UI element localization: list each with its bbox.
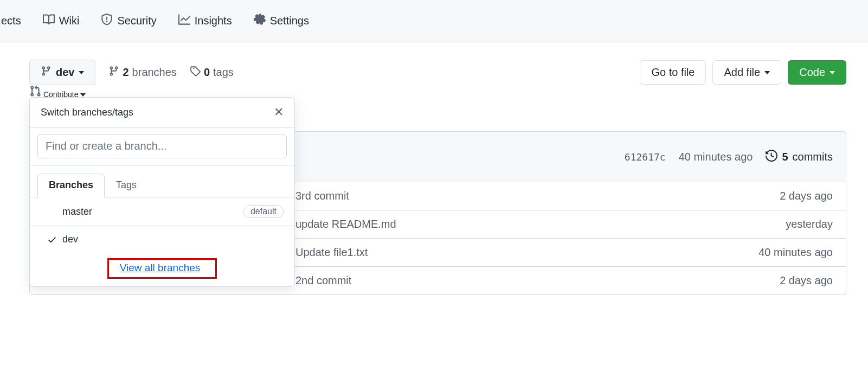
branch-item-master[interactable]: master default <box>30 197 294 226</box>
nav-label: ects <box>1 15 21 27</box>
branch-item-dev[interactable]: dev <box>30 226 294 253</box>
code-button[interactable]: Code <box>788 60 846 85</box>
repo-nav: ects Wiki Security Insights Settings <box>0 0 868 42</box>
file-commit-message[interactable]: 3rd commit <box>295 190 780 202</box>
branch-selector-container: dev Switch branches/tags ✕ Branches Tags <box>29 60 95 85</box>
tab-branches[interactable]: Branches <box>37 174 105 197</box>
branches-link[interactable]: 2 branches <box>108 66 176 79</box>
file-time: 2 days ago <box>780 274 833 287</box>
file-time: 40 minutes ago <box>758 246 833 259</box>
tags-link[interactable]: 0 tags <box>190 66 234 79</box>
commit-time: 40 minutes ago <box>679 151 753 163</box>
branch-name: dev <box>56 66 74 79</box>
nav-label: Settings <box>270 15 309 27</box>
caret-down-icon <box>79 71 84 74</box>
branch-search-input[interactable] <box>37 134 287 158</box>
highlight-box: View all branches <box>107 258 217 279</box>
code-label: Code <box>799 66 825 79</box>
add-file-label: Add file <box>724 66 760 79</box>
dropdown-header: Switch branches/tags ✕ <box>30 98 294 127</box>
branch-name-label: master <box>62 206 243 217</box>
caret-down-icon <box>764 71 770 74</box>
commits-label: commits <box>793 151 833 163</box>
commit-hash[interactable]: 612617c <box>625 151 666 163</box>
dropdown-search <box>30 127 294 165</box>
nav-item-projects-partial[interactable]: ects <box>1 10 30 31</box>
tags-count: 0 <box>204 66 210 79</box>
close-icon[interactable]: ✕ <box>274 105 284 119</box>
tags-label: tags <box>213 66 234 79</box>
shield-icon <box>101 14 113 28</box>
caret-down-icon <box>830 71 835 74</box>
view-all-branches-link[interactable]: View all branches <box>120 262 201 273</box>
go-to-file-button[interactable]: Go to file <box>640 60 706 85</box>
gear-icon <box>254 14 266 28</box>
toolbar-row: dev Switch branches/tags ✕ Branches Tags <box>29 60 846 85</box>
graph-icon <box>178 14 190 28</box>
nav-item-wiki[interactable]: Wiki <box>34 9 88 33</box>
nav-item-insights[interactable]: Insights <box>170 9 241 33</box>
branch-icon <box>108 66 119 79</box>
nav-label: Security <box>117 15 156 27</box>
dropdown-title: Switch branches/tags <box>41 107 133 118</box>
repo-content: dev Switch branches/tags ✕ Branches Tags <box>0 42 868 295</box>
tab-tags[interactable]: Tags <box>105 174 148 197</box>
tag-icon <box>190 66 201 79</box>
add-file-button[interactable]: Add file <box>712 60 781 85</box>
book-icon <box>43 14 55 28</box>
commits-link[interactable]: 5 commits <box>766 150 833 164</box>
caret-down-icon <box>80 93 86 97</box>
branches-label: branches <box>132 66 177 79</box>
file-commit-message[interactable]: update README.md <box>295 218 786 230</box>
right-buttons: Go to file Add file Code <box>640 60 846 85</box>
branch-select-button[interactable]: dev <box>29 60 95 85</box>
check-icon <box>47 235 62 245</box>
branch-dropdown: Switch branches/tags ✕ Branches Tags mas… <box>29 97 295 287</box>
dropdown-tabs: Branches Tags <box>30 173 294 197</box>
file-time: yesterday <box>786 218 833 230</box>
file-commit-message[interactable]: 2nd commit <box>295 274 780 287</box>
nav-item-security[interactable]: Security <box>92 9 165 33</box>
nav-item-settings[interactable]: Settings <box>245 9 318 33</box>
branches-count: 2 <box>123 66 128 79</box>
default-badge: default <box>243 205 284 218</box>
nav-label: Insights <box>195 15 232 27</box>
commits-count: 5 <box>782 151 788 163</box>
file-commit-message[interactable]: Update file1.txt <box>295 246 758 259</box>
nav-label: Wiki <box>59 15 80 27</box>
history-icon <box>766 150 777 164</box>
branch-name-label: dev <box>62 234 284 245</box>
branch-icon <box>41 66 52 79</box>
dropdown-footer: View all branches <box>30 253 294 286</box>
file-time: 2 days ago <box>780 190 833 202</box>
